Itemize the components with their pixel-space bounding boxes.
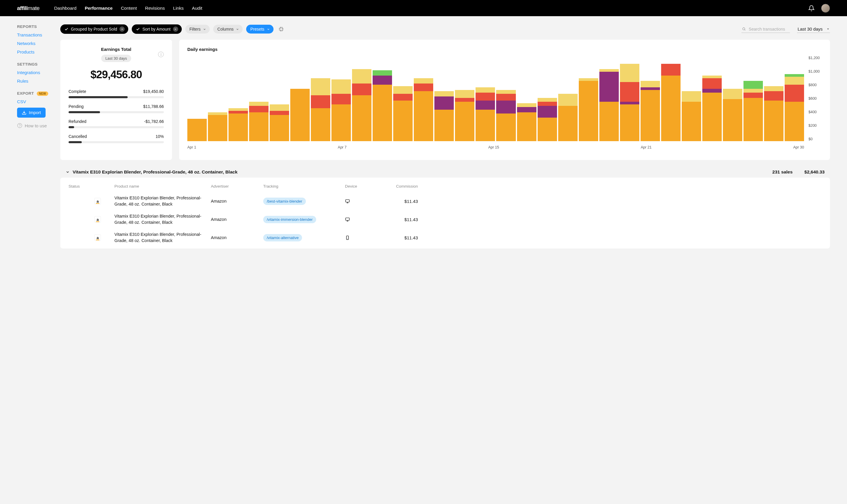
sidebar-item-products[interactable]: Products [17,49,60,54]
topbar: affilimate DashboardPerformanceContentRe… [0,0,847,16]
svg-marker-8 [827,29,829,30]
product-name: Vitamix E310 Explorian Blender, Professi… [114,231,209,244]
svg-point-6 [743,28,745,30]
group-sales: 231 sales [772,169,793,175]
table-row[interactable]: a Vitamix E310 Explorian Blender, Profes… [60,210,830,229]
search-field[interactable] [749,27,789,32]
earnings-card: Earnings Total Last 30 days $29,456.80 C… [60,40,172,160]
main-content: Grouped by Product Sold Sort by Amount F… [60,16,847,260]
tracking-link[interactable]: /best-vitamix-blender [263,198,306,205]
svg-point-9 [161,53,161,54]
table-row[interactable]: a Vitamix E310 Explorian Blender, Profes… [60,229,830,247]
product-name: Vitamix E310 Explorian Blender, Professi… [114,213,209,226]
daily-earnings-chart: Daily earnings $1,200$1,000$800$600$400$… [179,40,830,160]
x-tick: Apr 1 [187,145,196,149]
product-group-row[interactable]: Vitamix E310 Explorian Blender, Professi… [60,166,830,178]
sidebar-item-transactions[interactable]: Transactions [17,32,60,37]
chevron-down-icon [66,170,70,174]
sidebar-item-integrations[interactable]: Integrations [17,70,60,75]
chip-presets[interactable]: Presets [246,25,273,34]
chart-bar [785,56,804,141]
chart-bar [599,56,619,141]
topnav-item-performance[interactable]: Performance [85,5,113,11]
topnav-item-content[interactable]: Content [121,5,137,11]
y-tick: $400 [809,110,822,114]
sidebar-heading-settings: SETTINGS [17,62,60,67]
topnav-item-revisions[interactable]: Revisions [145,5,165,11]
mobile-icon [345,235,386,240]
topnav-item-links[interactable]: Links [173,5,183,11]
desktop-icon [345,199,386,204]
how-to-use-link[interactable]: How to use [17,123,60,128]
close-icon[interactable] [120,26,125,32]
close-icon[interactable] [173,26,178,32]
svg-rect-14 [346,218,349,220]
avatar[interactable] [821,4,830,13]
date-range-select[interactable]: Last 30 days [797,25,830,33]
tracking-link[interactable]: /vitamix-immersion-blender [263,216,316,223]
chart-bar [743,56,763,141]
table-header: Status Product name Advertiser Tracking … [60,179,830,192]
svg-rect-10 [161,54,161,56]
chart-bar [414,56,433,141]
caret-down-icon [827,28,829,30]
chart-bar [517,56,537,141]
chevron-down-icon [236,28,239,31]
y-tick: $1,200 [809,56,822,60]
breakdown-row: Complete$19,450.80 [69,89,164,98]
sidebar-heading-reports: REPORTS [17,24,60,29]
chart-bar [229,56,248,141]
product-name: Vitamix E310 Explorian Blender, Professi… [114,195,209,207]
sidebar: REPORTS Transactions Networks Products S… [0,16,60,260]
chart-bar [331,56,351,141]
breakdown-row: Refunded-$1,782.66 [69,119,164,128]
new-badge: NEW [37,91,48,96]
tracking-link[interactable]: /vitamix-alternative [263,234,302,241]
chart-bar [641,56,660,141]
advertiser-name: Amazon [211,235,261,240]
chip-columns[interactable]: Columns [213,25,242,34]
sidebar-item-csv[interactable]: CSV [17,99,60,104]
chip-grouped-by[interactable]: Grouped by Product Sold [60,24,128,34]
earnings-title: Earnings Total [74,47,158,52]
svg-rect-11 [346,199,349,202]
chart-bar [661,56,681,141]
chart-title: Daily earnings [187,47,822,52]
chart-bar [620,56,639,141]
svg-line-7 [745,30,745,30]
chart-bar [311,56,330,141]
topnav-item-audit[interactable]: Audit [192,5,202,11]
import-button[interactable]: Import [17,108,46,118]
earnings-range-pill: Last 30 days [101,55,131,62]
sidebar-item-networks[interactable]: Networks [17,41,60,46]
group-total: $2,640.33 [804,169,825,175]
svg-point-1 [20,126,20,127]
check-icon [65,27,69,31]
bell-icon[interactable] [808,5,815,12]
chip-filters[interactable]: Filters [185,25,210,34]
chart-bar [558,56,578,141]
minimize-icon[interactable] [278,26,284,32]
advertiser-name: Amazon [211,199,261,203]
table-row[interactable]: a Vitamix E310 Explorian Blender, Profes… [60,192,830,210]
amazon-icon: a [94,216,101,222]
y-tick: $1,000 [809,69,822,73]
x-tick: Apr 7 [338,145,347,149]
chart-bar [290,56,310,141]
advertiser-name: Amazon [211,217,261,222]
chart-bar [434,56,454,141]
chart-bar [682,56,701,141]
chip-sort-by[interactable]: Sort by Amount [132,24,182,34]
commission-value: $11.43 [389,235,418,240]
earnings-total: $29,456.80 [69,69,164,81]
desktop-icon [345,217,386,222]
info-icon[interactable] [158,52,164,57]
chart-bar [270,56,289,141]
search-input[interactable] [741,25,790,33]
sidebar-heading-export: EXPORT NEW [17,91,60,95]
check-icon [136,27,140,31]
amazon-icon: a [94,234,101,241]
sidebar-item-rules[interactable]: Rules [17,78,60,84]
commission-value: $11.43 [389,199,418,204]
topnav-item-dashboard[interactable]: Dashboard [54,5,76,11]
